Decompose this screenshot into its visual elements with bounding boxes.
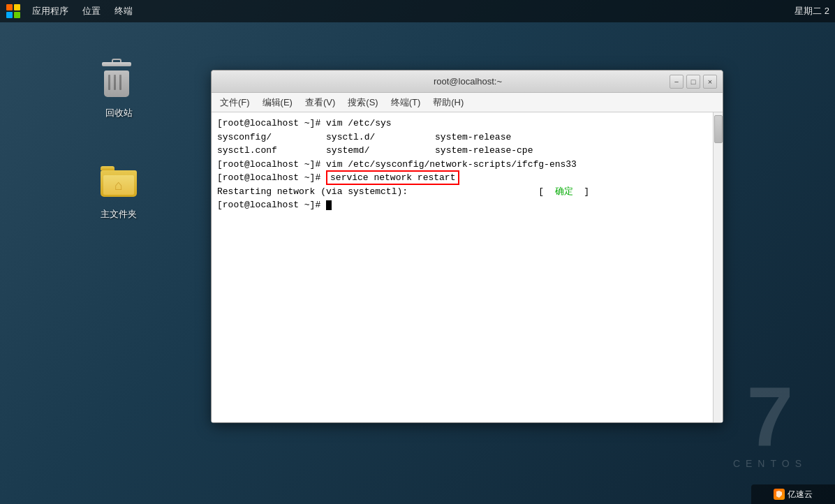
menu-file[interactable]: 文件(F) (214, 95, 256, 110)
svg-rect-1 (14, 4, 20, 10)
highlighted-command: service network restart (326, 170, 459, 185)
taskbar: 应用程序 位置 终端 星期二 2 (0, 0, 835, 22)
menu-search[interactable]: 搜索(S) (342, 95, 383, 110)
centos-number: 7 (733, 374, 807, 458)
terminal-window: root@localhost:~ − □ × 文件(F) 编辑(E) 查看(V)… (211, 70, 723, 423)
title-bar-controls: − □ × (670, 75, 717, 89)
term-line-7: [root@localhost ~]# (217, 198, 707, 212)
trash-label: 回收站 (105, 107, 133, 119)
minimize-button[interactable]: − (670, 75, 683, 89)
menu-help[interactable]: 帮助(H) (427, 95, 469, 110)
term-line-6: Restarting network (via systemctl): [ 确定… (217, 185, 707, 199)
term-line-2: sysconfig/ sysctl.d/ system-release (217, 131, 707, 144)
centos-watermark: 7 CENTOS (733, 374, 807, 469)
yisu-icon (774, 489, 785, 500)
term-line-5: [root@localhost ~]# service network rest… (217, 171, 707, 185)
svg-rect-3 (14, 12, 20, 18)
terminal-content[interactable]: [root@localhost ~]# vim /etc/sys sysconf… (212, 112, 713, 422)
ok-status: 确定 (555, 186, 573, 197)
terminal-menu-bar: 文件(F) 编辑(E) 查看(V) 搜索(S) 终端(T) 帮助(H) (212, 93, 723, 112)
menu-view[interactable]: 查看(V) (300, 95, 341, 110)
term-line-4: [root@localhost ~]# vim /etc/sysconfig/n… (217, 158, 707, 172)
menu-edit[interactable]: 编辑(E) (257, 95, 298, 110)
title-bar: root@localhost:~ − □ × (212, 71, 723, 93)
scrollbar-track[interactable] (713, 112, 723, 422)
scrollbar-thumb[interactable] (714, 115, 723, 143)
taskbar-position[interactable]: 位置 (77, 3, 106, 19)
cursor (326, 200, 332, 210)
yisu-label: 亿速云 (788, 489, 813, 501)
close-button[interactable]: × (703, 75, 717, 89)
trash-icon (101, 66, 137, 103)
taskbar-datetime: 星期二 2 (795, 5, 829, 17)
centos-text: CENTOS (733, 458, 807, 469)
bottom-bar[interactable]: 亿速云 (751, 484, 835, 504)
terminal-title: root@localhost:~ (266, 76, 670, 87)
taskbar-terminal[interactable]: 终端 (109, 3, 138, 19)
svg-rect-2 (6, 12, 13, 18)
menu-terminal[interactable]: 终端(T) (385, 95, 427, 110)
maximize-button[interactable]: □ (686, 75, 700, 89)
folder-icon: ⌂ (101, 168, 137, 204)
trash-icon-container[interactable]: 回收站 (91, 66, 147, 119)
taskbar-applications[interactable]: 应用程序 (27, 3, 74, 19)
svg-rect-0 (6, 4, 13, 10)
terminal-body: [root@localhost ~]# vim /etc/sys sysconf… (212, 112, 723, 422)
taskbar-left: 应用程序 位置 终端 (6, 3, 138, 19)
term-line-3: sysctl.conf systemd/ system-release-cpe (217, 144, 707, 158)
applications-icon[interactable] (6, 3, 21, 19)
folder-label: 主文件夹 (101, 208, 137, 221)
folder-icon-container[interactable]: ⌂ 主文件夹 (91, 168, 147, 221)
term-line-1: [root@localhost ~]# vim /etc/sys (217, 117, 707, 131)
